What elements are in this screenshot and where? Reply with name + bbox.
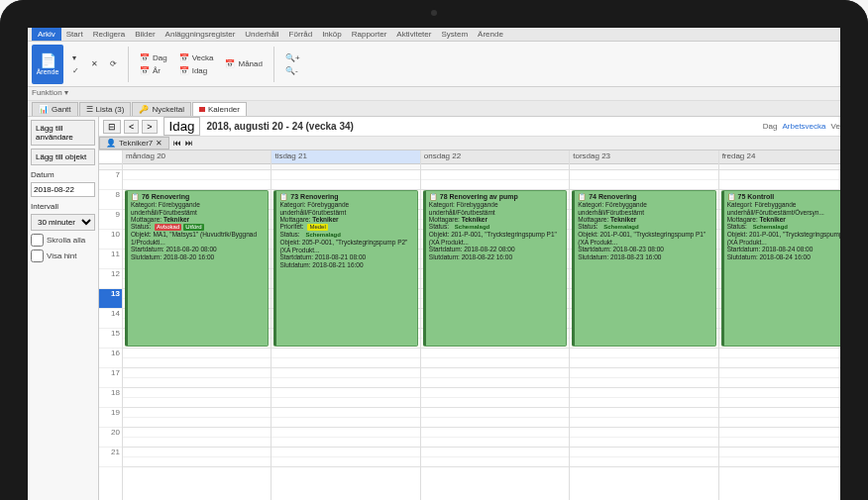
menu-aktiviteter[interactable]: Aktiviteter	[391, 28, 436, 41]
ribbon-zoom-out-icon[interactable]: 🔍-	[282, 65, 303, 76]
document-icon: 📄	[40, 52, 56, 68]
tab-lista[interactable]: ☰Lista (3)	[79, 102, 132, 116]
ribbon-separator-2	[273, 47, 274, 82]
ribbon-cross-icon[interactable]: ✕	[88, 58, 101, 69]
time-10: 10	[99, 230, 122, 250]
calendar-grid: 789101112131415161718192021 måndag 20📋 7…	[99, 150, 868, 500]
calendar-event[interactable]: 📋 74 RenoveringKategori: Förebyggande un…	[572, 190, 715, 347]
ribbon-ar[interactable]: 📅 År	[137, 65, 170, 76]
menu-start[interactable]: Start	[61, 28, 88, 41]
time-20: 20	[99, 428, 122, 448]
device-camera	[431, 10, 437, 16]
tab-gantt[interactable]: 📊Gantt	[32, 102, 78, 116]
day-column[interactable]: tisdag 21📋 73 RenoveringKategori: Föreby…	[271, 150, 420, 500]
ribbon-refresh-icon[interactable]: ⟳	[107, 58, 120, 69]
menu-bar: Arkiv Start Redigera Bilder Anläggningsr…	[28, 28, 868, 42]
day-column[interactable]: onsdag 22📋 78 Renovering av pumpKategori…	[421, 150, 570, 500]
tab-kalender[interactable]: Kalender	[192, 102, 247, 116]
time-16: 16	[99, 349, 122, 368]
time-18: 18	[99, 388, 122, 408]
person-tab[interactable]: 👤 Tekniker7 ✕	[99, 137, 169, 150]
view-tabs: 📊Gantt ☰Lista (3) 🔑Nyckeltal Kalender	[28, 101, 868, 117]
nav-back-icon[interactable]: ⏮	[169, 139, 185, 148]
calendar-event[interactable]: 📋 78 Renovering av pumpKategori: Förebyg…	[423, 190, 567, 347]
next-button[interactable]: >	[142, 120, 157, 134]
person-label: Tekniker7	[119, 139, 153, 148]
interval-label: Intervall	[31, 202, 95, 211]
day-column[interactable]: måndag 20📋 76 RenoveringKategori: Föreby…	[123, 150, 271, 500]
person-tab-row: 👤 Tekniker7 ✕ ⏮ ⏭	[99, 137, 868, 150]
menu-inkop[interactable]: Inköp	[317, 28, 347, 41]
menu-redigera[interactable]: Redigera	[88, 28, 130, 41]
menu-rapporter[interactable]: Rapporter	[347, 28, 392, 41]
view-manad[interactable]: M	[857, 122, 864, 131]
ribbon-zoom-in-icon[interactable]: 🔍+	[282, 52, 303, 63]
scroll-all-check[interactable]: Skrolla alla	[31, 234, 95, 247]
menu-underhall[interactable]: Underhåll	[240, 28, 283, 41]
tab-nyckeltal[interactable]: 🔑Nyckeltal	[132, 102, 190, 116]
time-11: 11	[99, 250, 122, 269]
date-label: Datum	[31, 170, 95, 179]
menu-anlaggning[interactable]: Anläggningsregister	[161, 28, 241, 41]
ribbon-manad[interactable]: 📅 Månad	[222, 58, 265, 69]
key-icon: 🔑	[139, 105, 149, 114]
application-window: Arkiv Start Redigera Bilder Anläggningsr…	[28, 28, 868, 500]
nav-fwd-icon[interactable]: ⏭	[185, 139, 193, 148]
ribbon-separator	[128, 47, 129, 82]
function-label: Funktion	[32, 88, 62, 97]
time-14: 14	[99, 309, 122, 329]
day-header[interactable]: onsdag 22	[421, 150, 569, 164]
content-area: Lägg till användare Lägg till objekt Dat…	[28, 117, 868, 500]
days-container: måndag 20📋 76 RenoveringKategori: Föreby…	[123, 150, 868, 500]
ribbon-vecka[interactable]: 📅 Vecka	[176, 52, 217, 63]
calendar-event[interactable]: 📋 73 RenoveringKategori: Förebyggande un…	[273, 190, 417, 347]
prev-button[interactable]: <	[124, 120, 139, 134]
function-row: Funktion ▾	[28, 87, 868, 101]
day-header[interactable]: måndag 20	[123, 150, 271, 164]
view-vecka[interactable]: Vecka	[831, 122, 853, 131]
time-21: 21	[99, 448, 122, 467]
day-column[interactable]: torsdag 23📋 74 RenoveringKategori: Föreb…	[570, 150, 718, 500]
ribbon-arende-label: Ärende	[37, 68, 59, 75]
calendar-event[interactable]: 📋 75 KontrollKategori: Förebyggande unde…	[721, 190, 865, 347]
sidebar: Lägg till användare Lägg till objekt Dat…	[28, 117, 99, 500]
calendar-main: ⊟ < > Idag 2018, augusti 20 - 24 (vecka …	[99, 117, 868, 500]
menu-system[interactable]: System	[436, 28, 473, 41]
ribbon-dag[interactable]: 📅 Dag	[137, 52, 170, 63]
time-19: 19	[99, 408, 122, 428]
time-12: 12	[99, 269, 122, 289]
view-arbetsvecka[interactable]: Arbetsvecka	[783, 122, 826, 131]
date-input[interactable]	[31, 182, 95, 197]
calendar-title: 2018, augusti 20 - 24 (vecka 34)	[206, 121, 353, 132]
flag-icon	[199, 105, 205, 114]
view-dag[interactable]: Dag	[763, 122, 778, 131]
time-9: 9	[99, 210, 122, 230]
ribbon-toolbar: 📄 Ärende ▾ ✓ ✕ ⟳ 📅 Dag 📅 År 📅 Vecka 📅 Id…	[28, 42, 868, 87]
ribbon-save-icon[interactable]: ▾	[69, 52, 82, 63]
add-object-button[interactable]: Lägg till objekt	[31, 149, 95, 165]
calendar-event[interactable]: 📋 76 RenoveringKategori: Förebyggande un…	[125, 190, 269, 347]
day-header[interactable]: tisdag 21	[271, 150, 419, 164]
menu-bilder[interactable]: Bilder	[130, 28, 160, 41]
close-icon[interactable]: ✕	[156, 139, 163, 148]
interval-select[interactable]: 30 minuter	[31, 214, 95, 231]
list-icon: ☰	[86, 105, 93, 114]
menu-forrad[interactable]: Förråd	[284, 28, 318, 41]
time-8: 8	[99, 190, 122, 210]
show-hint-check[interactable]: Visa hint	[31, 250, 95, 262]
add-user-button[interactable]: Lägg till användare	[31, 120, 95, 146]
menu-arkiv[interactable]: Arkiv	[32, 28, 61, 41]
person-icon: 👤	[106, 139, 116, 148]
time-7: 7	[99, 170, 122, 190]
day-header[interactable]: fredag 24	[719, 150, 867, 164]
ribbon-idag[interactable]: 📅 Idag	[176, 65, 217, 76]
day-header[interactable]: torsdag 23	[570, 150, 717, 164]
day-column[interactable]: fredag 24📋 75 KontrollKategori: Förebygg…	[719, 150, 868, 500]
today-button[interactable]: Idag	[163, 117, 201, 136]
ribbon-check-icon[interactable]: ✓	[69, 65, 82, 76]
collapse-button[interactable]: ⊟	[103, 120, 121, 134]
menu-arende[interactable]: Ärende	[473, 28, 508, 41]
gantt-icon: 📊	[39, 105, 49, 114]
calendar-toolbar: ⊟ < > Idag 2018, augusti 20 - 24 (vecka …	[99, 117, 868, 137]
ribbon-arende-button[interactable]: 📄 Ärende	[32, 45, 63, 84]
